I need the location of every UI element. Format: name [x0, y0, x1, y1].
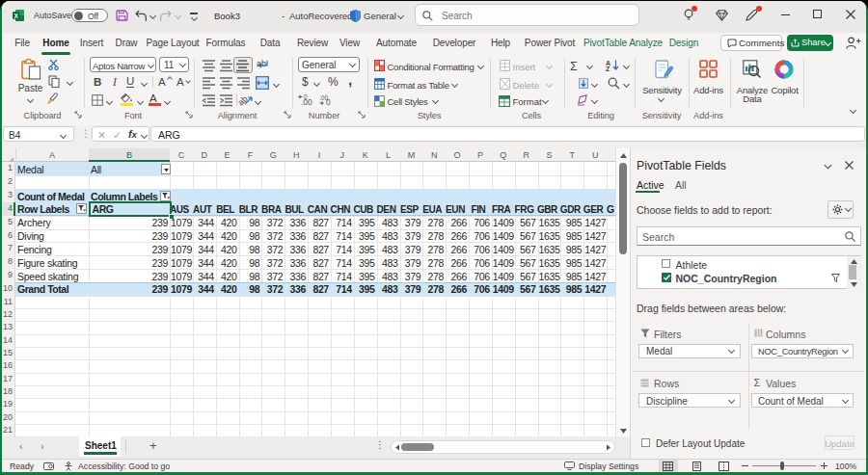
svg-text:0: 0: [326, 97, 331, 107]
svg-text:ab: ab: [236, 93, 250, 107]
svg-text:0: 0: [304, 93, 308, 100]
svg-text:Z: Z: [606, 66, 610, 72]
svg-text:X: X: [14, 13, 18, 19]
